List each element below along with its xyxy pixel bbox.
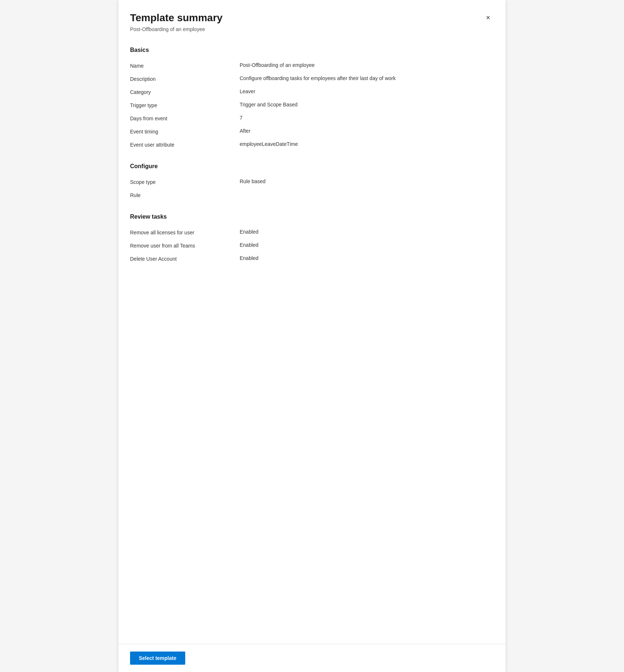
field-label-scope-type: Scope type	[130, 178, 240, 185]
field-label-rule: Rule	[130, 192, 240, 198]
field-row-remove-licenses: Remove all licenses for user Enabled	[130, 226, 494, 239]
field-value-category: Leaver	[240, 88, 494, 94]
field-label-name: Name	[130, 62, 240, 69]
basics-section: Basics Name Post-Offboarding of an emplo…	[130, 47, 494, 151]
field-row-rule: Rule	[130, 189, 494, 202]
panel-header: Template summary Post-Offboarding of an …	[118, 0, 506, 32]
review-tasks-section: Review tasks Remove all licenses for use…	[130, 214, 494, 265]
field-value-trigger-type: Trigger and Scope Based	[240, 102, 494, 107]
field-row-description: Description Configure offboarding tasks …	[130, 72, 494, 86]
field-value-description: Configure offboarding tasks for employee…	[240, 75, 494, 81]
field-value-event-timing: After	[240, 128, 494, 134]
field-label-remove-teams: Remove user from all Teams	[130, 242, 240, 249]
panel-footer: Select template	[118, 644, 506, 672]
field-value-days-from-event: 7	[240, 115, 494, 121]
field-row-scope-type: Scope type Rule based	[130, 175, 494, 189]
field-row-days-from-event: Days from event 7	[130, 112, 494, 125]
panel-subtitle: Post-Offboarding of an employee	[130, 26, 491, 32]
select-template-button[interactable]: Select template	[130, 652, 185, 665]
field-label-category: Category	[130, 88, 240, 95]
field-row-delete-account: Delete User Account Enabled	[130, 252, 494, 265]
field-row-trigger-type: Trigger type Trigger and Scope Based	[130, 99, 494, 112]
field-label-event-timing: Event timing	[130, 128, 240, 135]
field-row-event-user-attribute: Event user attribute employeeLeaveDateТi…	[130, 138, 494, 151]
panel-content: Basics Name Post-Offboarding of an emplo…	[118, 32, 506, 644]
field-label-delete-account: Delete User Account	[130, 255, 240, 262]
field-value-scope-type: Rule based	[240, 178, 494, 184]
field-row-event-timing: Event timing After	[130, 125, 494, 138]
field-row-name: Name Post-Offboarding of an employee	[130, 59, 494, 72]
field-value-remove-teams: Enabled	[240, 242, 494, 248]
field-label-trigger-type: Trigger type	[130, 102, 240, 108]
field-label-description: Description	[130, 75, 240, 82]
field-row-remove-teams: Remove user from all Teams Enabled	[130, 239, 494, 252]
field-label-days-from-event: Days from event	[130, 115, 240, 121]
panel-title: Template summary	[130, 12, 491, 24]
configure-section-title: Configure	[130, 163, 494, 170]
field-row-category: Category Leaver	[130, 86, 494, 99]
basics-section-title: Basics	[130, 47, 494, 53]
close-button[interactable]: ×	[482, 12, 494, 23]
review-tasks-section-title: Review tasks	[130, 214, 494, 220]
field-label-remove-licenses: Remove all licenses for user	[130, 229, 240, 235]
field-value-delete-account: Enabled	[240, 255, 494, 261]
configure-section: Configure Scope type Rule based Rule	[130, 163, 494, 202]
field-value-name: Post-Offboarding of an employee	[240, 62, 494, 68]
template-summary-panel: Template summary Post-Offboarding of an …	[118, 0, 506, 672]
field-value-remove-licenses: Enabled	[240, 229, 494, 235]
field-value-event-user-attribute: employeeLeaveDateТime	[240, 141, 494, 147]
field-label-event-user-attribute: Event user attribute	[130, 141, 240, 148]
